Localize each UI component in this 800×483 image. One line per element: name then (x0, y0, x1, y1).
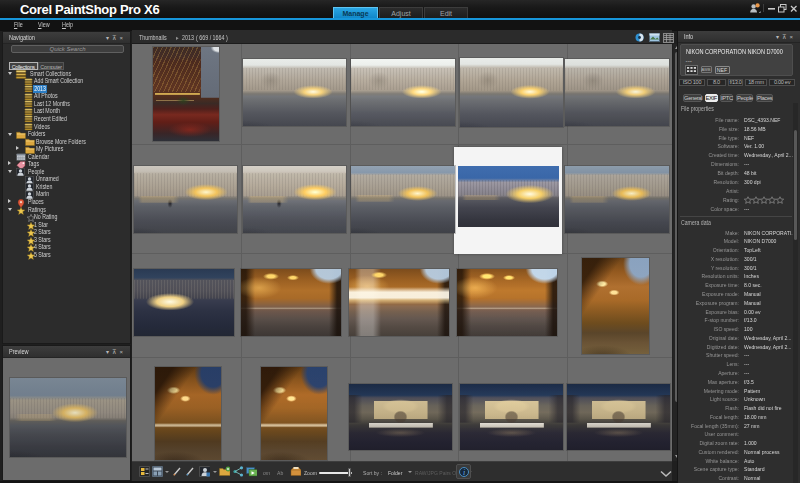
svg-text:i: i (463, 467, 465, 476)
